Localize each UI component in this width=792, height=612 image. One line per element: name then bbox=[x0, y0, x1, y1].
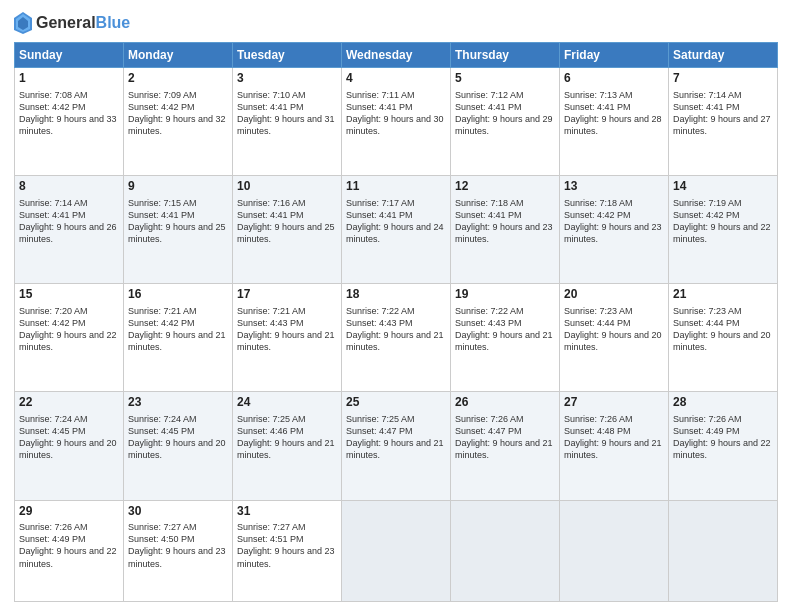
weekday-header-sunday: Sunday bbox=[15, 43, 124, 68]
day-info: Sunrise: 7:10 AMSunset: 4:41 PMDaylight:… bbox=[237, 89, 337, 138]
day-number: 20 bbox=[564, 287, 664, 303]
day-info: Sunrise: 7:09 AMSunset: 4:42 PMDaylight:… bbox=[128, 89, 228, 138]
day-number: 3 bbox=[237, 71, 337, 87]
day-info: Sunrise: 7:19 AMSunset: 4:42 PMDaylight:… bbox=[673, 197, 773, 246]
day-number: 29 bbox=[19, 504, 119, 520]
day-number: 31 bbox=[237, 504, 337, 520]
calendar-day-cell: 3Sunrise: 7:10 AMSunset: 4:41 PMDaylight… bbox=[233, 68, 342, 176]
day-info: Sunrise: 7:17 AMSunset: 4:41 PMDaylight:… bbox=[346, 197, 446, 246]
calendar-day-cell: 13Sunrise: 7:18 AMSunset: 4:42 PMDayligh… bbox=[560, 176, 669, 284]
day-number: 25 bbox=[346, 395, 446, 411]
logo: GeneralBlue bbox=[14, 12, 130, 34]
day-number: 19 bbox=[455, 287, 555, 303]
day-number: 21 bbox=[673, 287, 773, 303]
day-number: 8 bbox=[19, 179, 119, 195]
calendar-day-cell: 5Sunrise: 7:12 AMSunset: 4:41 PMDaylight… bbox=[451, 68, 560, 176]
logo-blue: Blue bbox=[96, 14, 131, 31]
calendar-day-cell: 22Sunrise: 7:24 AMSunset: 4:45 PMDayligh… bbox=[15, 392, 124, 500]
weekday-header-saturday: Saturday bbox=[669, 43, 778, 68]
calendar-day-cell: 17Sunrise: 7:21 AMSunset: 4:43 PMDayligh… bbox=[233, 284, 342, 392]
day-number: 24 bbox=[237, 395, 337, 411]
weekday-header-tuesday: Tuesday bbox=[233, 43, 342, 68]
calendar-week-row: 29Sunrise: 7:26 AMSunset: 4:49 PMDayligh… bbox=[15, 500, 778, 601]
calendar-day-cell: 15Sunrise: 7:20 AMSunset: 4:42 PMDayligh… bbox=[15, 284, 124, 392]
day-info: Sunrise: 7:14 AMSunset: 4:41 PMDaylight:… bbox=[19, 197, 119, 246]
calendar-day-cell: 11Sunrise: 7:17 AMSunset: 4:41 PMDayligh… bbox=[342, 176, 451, 284]
day-number: 16 bbox=[128, 287, 228, 303]
calendar-day-cell: 31Sunrise: 7:27 AMSunset: 4:51 PMDayligh… bbox=[233, 500, 342, 601]
day-number: 15 bbox=[19, 287, 119, 303]
day-number: 18 bbox=[346, 287, 446, 303]
calendar-table: SundayMondayTuesdayWednesdayThursdayFrid… bbox=[14, 42, 778, 602]
day-info: Sunrise: 7:23 AMSunset: 4:44 PMDaylight:… bbox=[673, 305, 773, 354]
calendar-day-cell: 26Sunrise: 7:26 AMSunset: 4:47 PMDayligh… bbox=[451, 392, 560, 500]
calendar-day-cell: 28Sunrise: 7:26 AMSunset: 4:49 PMDayligh… bbox=[669, 392, 778, 500]
calendar-container: GeneralBlue SundayMondayTuesdayWednesday… bbox=[0, 0, 792, 612]
day-info: Sunrise: 7:14 AMSunset: 4:41 PMDaylight:… bbox=[673, 89, 773, 138]
calendar-week-row: 22Sunrise: 7:24 AMSunset: 4:45 PMDayligh… bbox=[15, 392, 778, 500]
day-info: Sunrise: 7:11 AMSunset: 4:41 PMDaylight:… bbox=[346, 89, 446, 138]
day-info: Sunrise: 7:08 AMSunset: 4:42 PMDaylight:… bbox=[19, 89, 119, 138]
day-number: 10 bbox=[237, 179, 337, 195]
calendar-day-cell: 16Sunrise: 7:21 AMSunset: 4:42 PMDayligh… bbox=[124, 284, 233, 392]
weekday-header-row: SundayMondayTuesdayWednesdayThursdayFrid… bbox=[15, 43, 778, 68]
calendar-day-cell bbox=[560, 500, 669, 601]
day-info: Sunrise: 7:22 AMSunset: 4:43 PMDaylight:… bbox=[455, 305, 555, 354]
weekday-header-thursday: Thursday bbox=[451, 43, 560, 68]
day-info: Sunrise: 7:26 AMSunset: 4:49 PMDaylight:… bbox=[673, 413, 773, 462]
logo-text: GeneralBlue bbox=[36, 14, 130, 32]
calendar-day-cell: 4Sunrise: 7:11 AMSunset: 4:41 PMDaylight… bbox=[342, 68, 451, 176]
day-info: Sunrise: 7:18 AMSunset: 4:41 PMDaylight:… bbox=[455, 197, 555, 246]
calendar-day-cell: 21Sunrise: 7:23 AMSunset: 4:44 PMDayligh… bbox=[669, 284, 778, 392]
calendar-week-row: 8Sunrise: 7:14 AMSunset: 4:41 PMDaylight… bbox=[15, 176, 778, 284]
calendar-day-cell: 8Sunrise: 7:14 AMSunset: 4:41 PMDaylight… bbox=[15, 176, 124, 284]
day-number: 7 bbox=[673, 71, 773, 87]
day-info: Sunrise: 7:20 AMSunset: 4:42 PMDaylight:… bbox=[19, 305, 119, 354]
calendar-day-cell: 6Sunrise: 7:13 AMSunset: 4:41 PMDaylight… bbox=[560, 68, 669, 176]
day-info: Sunrise: 7:18 AMSunset: 4:42 PMDaylight:… bbox=[564, 197, 664, 246]
day-number: 28 bbox=[673, 395, 773, 411]
day-number: 23 bbox=[128, 395, 228, 411]
calendar-day-cell bbox=[342, 500, 451, 601]
day-number: 4 bbox=[346, 71, 446, 87]
day-number: 13 bbox=[564, 179, 664, 195]
day-info: Sunrise: 7:23 AMSunset: 4:44 PMDaylight:… bbox=[564, 305, 664, 354]
day-number: 22 bbox=[19, 395, 119, 411]
day-info: Sunrise: 7:25 AMSunset: 4:47 PMDaylight:… bbox=[346, 413, 446, 462]
day-info: Sunrise: 7:21 AMSunset: 4:42 PMDaylight:… bbox=[128, 305, 228, 354]
calendar-week-row: 1Sunrise: 7:08 AMSunset: 4:42 PMDaylight… bbox=[15, 68, 778, 176]
weekday-header-wednesday: Wednesday bbox=[342, 43, 451, 68]
day-number: 11 bbox=[346, 179, 446, 195]
day-info: Sunrise: 7:26 AMSunset: 4:49 PMDaylight:… bbox=[19, 521, 119, 570]
weekday-header-friday: Friday bbox=[560, 43, 669, 68]
day-info: Sunrise: 7:27 AMSunset: 4:50 PMDaylight:… bbox=[128, 521, 228, 570]
calendar-day-cell bbox=[669, 500, 778, 601]
weekday-header-monday: Monday bbox=[124, 43, 233, 68]
calendar-day-cell: 14Sunrise: 7:19 AMSunset: 4:42 PMDayligh… bbox=[669, 176, 778, 284]
calendar-day-cell bbox=[451, 500, 560, 601]
day-info: Sunrise: 7:13 AMSunset: 4:41 PMDaylight:… bbox=[564, 89, 664, 138]
calendar-day-cell: 23Sunrise: 7:24 AMSunset: 4:45 PMDayligh… bbox=[124, 392, 233, 500]
calendar-day-cell: 7Sunrise: 7:14 AMSunset: 4:41 PMDaylight… bbox=[669, 68, 778, 176]
day-info: Sunrise: 7:12 AMSunset: 4:41 PMDaylight:… bbox=[455, 89, 555, 138]
calendar-day-cell: 12Sunrise: 7:18 AMSunset: 4:41 PMDayligh… bbox=[451, 176, 560, 284]
day-number: 6 bbox=[564, 71, 664, 87]
calendar-day-cell: 18Sunrise: 7:22 AMSunset: 4:43 PMDayligh… bbox=[342, 284, 451, 392]
day-info: Sunrise: 7:26 AMSunset: 4:48 PMDaylight:… bbox=[564, 413, 664, 462]
header: GeneralBlue bbox=[14, 12, 778, 34]
day-info: Sunrise: 7:25 AMSunset: 4:46 PMDaylight:… bbox=[237, 413, 337, 462]
logo-general: General bbox=[36, 14, 96, 31]
day-number: 9 bbox=[128, 179, 228, 195]
day-info: Sunrise: 7:21 AMSunset: 4:43 PMDaylight:… bbox=[237, 305, 337, 354]
day-info: Sunrise: 7:27 AMSunset: 4:51 PMDaylight:… bbox=[237, 521, 337, 570]
day-info: Sunrise: 7:26 AMSunset: 4:47 PMDaylight:… bbox=[455, 413, 555, 462]
calendar-day-cell: 24Sunrise: 7:25 AMSunset: 4:46 PMDayligh… bbox=[233, 392, 342, 500]
day-number: 27 bbox=[564, 395, 664, 411]
day-info: Sunrise: 7:24 AMSunset: 4:45 PMDaylight:… bbox=[19, 413, 119, 462]
calendar-day-cell: 2Sunrise: 7:09 AMSunset: 4:42 PMDaylight… bbox=[124, 68, 233, 176]
day-info: Sunrise: 7:16 AMSunset: 4:41 PMDaylight:… bbox=[237, 197, 337, 246]
calendar-day-cell: 27Sunrise: 7:26 AMSunset: 4:48 PMDayligh… bbox=[560, 392, 669, 500]
day-info: Sunrise: 7:22 AMSunset: 4:43 PMDaylight:… bbox=[346, 305, 446, 354]
day-number: 12 bbox=[455, 179, 555, 195]
day-number: 17 bbox=[237, 287, 337, 303]
